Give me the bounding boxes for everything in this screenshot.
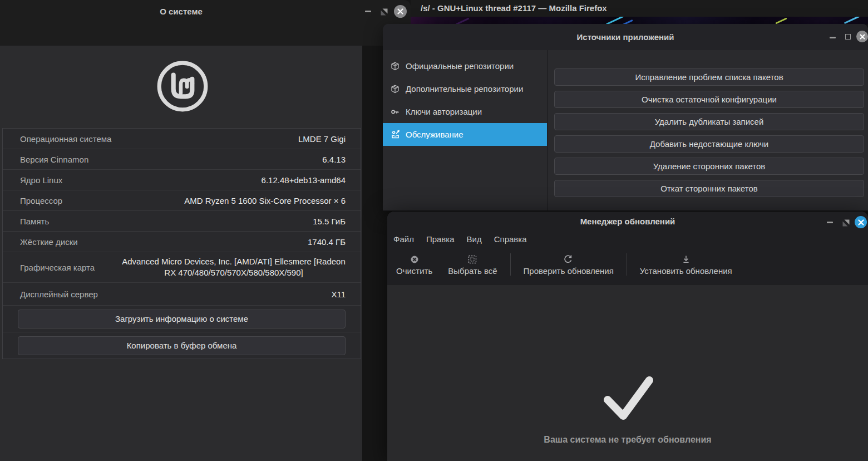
- row-label: Графическая карта: [3, 263, 95, 272]
- menu-help[interactable]: Справка: [488, 232, 533, 247]
- artwork-streak: [775, 17, 787, 24]
- close-button[interactable]: [856, 31, 868, 42]
- sources-sidebar: Официальные репозитории Дополнительные р…: [383, 50, 548, 210]
- upload-system-info-button[interactable]: Загрузить информацию о системе: [18, 310, 346, 328]
- fix-package-list-button[interactable]: Исправление проблем списка пакетов: [554, 68, 864, 86]
- row-label: Жёсткие диски: [3, 237, 78, 247]
- clear-icon: [410, 254, 419, 264]
- sidebar-item-label: Ключи авторизации: [406, 107, 482, 116]
- close-button[interactable]: [855, 216, 867, 228]
- restore-icon: [842, 219, 850, 227]
- row-label: Дисплейный сервер: [3, 290, 98, 299]
- button-row: Загрузить информацию о системе: [3, 305, 361, 332]
- row-value: 6.4.13: [322, 155, 361, 164]
- copy-to-clipboard-button[interactable]: Копировать в буфер обмена: [18, 336, 346, 355]
- update-manager-content: Ваша система не требует обновления: [387, 285, 868, 461]
- restore-icon: [381, 8, 388, 16]
- refresh-button[interactable]: Проверить обновления: [516, 254, 622, 276]
- software-sources-window: Источники приложений Официальные репозит…: [383, 24, 868, 211]
- table-row: Дисплейный сервер X11: [3, 282, 361, 305]
- minimize-button[interactable]: [830, 37, 836, 38]
- row-value: X11: [331, 290, 361, 299]
- menubar: Файл Правка Вид Справка: [387, 232, 533, 247]
- sidebar-item-label: Обслуживание: [406, 130, 463, 139]
- restore-button[interactable]: [842, 219, 850, 229]
- remove-duplicate-entries-button[interactable]: Удалить дубликаты записей: [554, 113, 864, 130]
- table-row: Графическая карта Advanced Micro Devices…: [3, 252, 361, 282]
- table-row: Память 15.5 ГиБ: [3, 210, 361, 231]
- row-label: Операционная система: [3, 134, 111, 144]
- about-window-titlebar[interactable]: О системе: [0, 0, 411, 46]
- system-info-table: Операционная система LMDE 7 Gigi Версия …: [2, 128, 361, 359]
- row-value: Advanced Micro Devices, Inc. [AMD/ATI] E…: [122, 256, 361, 278]
- row-value: 15.5 ГиБ: [313, 217, 361, 226]
- linux-mint-logo: [154, 58, 211, 117]
- sidebar-item-authentication-keys[interactable]: Ключи авторизации: [383, 100, 547, 123]
- firefox-content-sliver: [411, 17, 868, 24]
- clear-button[interactable]: Очистить: [388, 254, 440, 276]
- row-value: 6.12.48+deb13-amd64: [262, 175, 361, 185]
- maintenance-panel: Исправление проблем списка пакетов Очист…: [548, 50, 868, 210]
- about-window: Операционная система LMDE 7 Gigi Версия …: [0, 46, 362, 461]
- menu-view[interactable]: Вид: [461, 232, 488, 247]
- select-all-icon: [468, 254, 477, 264]
- close-button[interactable]: [394, 5, 407, 18]
- install-icon: [682, 254, 691, 264]
- minimize-icon: [365, 11, 371, 12]
- toolbar-separator: [627, 253, 627, 276]
- minimize-icon: [830, 37, 836, 38]
- sources-titlebar[interactable]: Источники приложений: [383, 24, 868, 50]
- maintenance-icon: [390, 130, 400, 140]
- about-window-title: О системе: [0, 7, 362, 16]
- button-row: Копировать в буфер обмена: [3, 332, 361, 359]
- toolbar: Очистить Выбрать всё: [388, 248, 740, 281]
- select-all-button[interactable]: Выбрать всё: [440, 254, 505, 276]
- package-icon: [390, 84, 400, 94]
- row-label: Процессор: [3, 196, 62, 205]
- toolbar-separator: [510, 253, 511, 276]
- row-label: Версия Cinnamon: [3, 155, 88, 164]
- install-updates-button[interactable]: Установить обновления: [632, 254, 740, 276]
- close-icon: [860, 34, 865, 40]
- update-manager-window: Менеджер обновлений Файл Правка Вид Спра…: [387, 212, 868, 461]
- minimize-button[interactable]: [827, 222, 833, 223]
- row-value: 1740.4 ГБ: [308, 237, 361, 247]
- update-manager-header: Менеджер обновлений Файл Правка Вид Спра…: [387, 212, 868, 285]
- table-row: Операционная система LMDE 7 Gigi: [3, 129, 361, 149]
- menu-file[interactable]: Файл: [387, 232, 420, 247]
- table-row: Версия Cinnamon 6.4.13: [3, 149, 361, 169]
- status-message: Ваша система не требует обновления: [387, 435, 868, 445]
- restore-button[interactable]: [381, 8, 388, 18]
- row-value: AMD Ryzen 5 1600 Six-Core Processor × 6: [184, 196, 361, 205]
- maximize-button[interactable]: [845, 34, 851, 40]
- menu-edit[interactable]: Правка: [420, 232, 461, 247]
- remove-foreign-packages-button[interactable]: Удаление сторонних пакетов: [554, 158, 864, 175]
- package-icon: [390, 61, 400, 71]
- sources-window-title: Источники приложений: [383, 24, 868, 50]
- artwork-streak: [844, 17, 860, 24]
- update-manager-title: Менеджер обновлений: [387, 217, 868, 226]
- firefox-window-title: /s/ - GNU+Linux thread #2117 — Mozilla F…: [411, 0, 868, 17]
- key-icon: [390, 107, 400, 117]
- sources-window-body: Официальные репозитории Дополнительные р…: [383, 50, 868, 210]
- sidebar-item-official-repositories[interactable]: Официальные репозитории: [383, 55, 547, 77]
- downgrade-foreign-packages-button[interactable]: Откат сторонних пакетов: [554, 180, 864, 197]
- close-icon: [858, 219, 864, 225]
- minimize-icon: [827, 222, 833, 223]
- add-missing-keys-button[interactable]: Добавить недостающие ключи: [554, 135, 864, 153]
- table-row: Процессор AMD Ryzen 5 1600 Six-Core Proc…: [3, 190, 361, 210]
- sidebar-item-label: Официальные репозитории: [406, 61, 514, 71]
- sidebar-item-maintenance[interactable]: Обслуживание: [383, 123, 547, 146]
- sidebar-item-additional-repositories[interactable]: Дополнительные репозитории: [383, 77, 547, 100]
- row-value: LMDE 7 Gigi: [298, 134, 361, 144]
- table-row: Жёсткие диски 1740.4 ГБ: [3, 231, 361, 252]
- purge-residual-config-button[interactable]: Очистка остаточной конфигурации: [554, 91, 864, 108]
- firefox-titlebar[interactable]: /s/ - GNU+Linux thread #2117 — Mozilla F…: [411, 0, 868, 17]
- sidebar-item-label: Дополнительные репозитории: [406, 84, 523, 94]
- table-row: Ядро Linux 6.12.48+deb13-amd64: [3, 169, 361, 190]
- checkmark-icon: [601, 375, 654, 424]
- artwork-streak: [606, 17, 624, 24]
- row-label: Память: [3, 217, 49, 226]
- minimize-button[interactable]: [365, 11, 371, 12]
- close-icon: [397, 8, 403, 14]
